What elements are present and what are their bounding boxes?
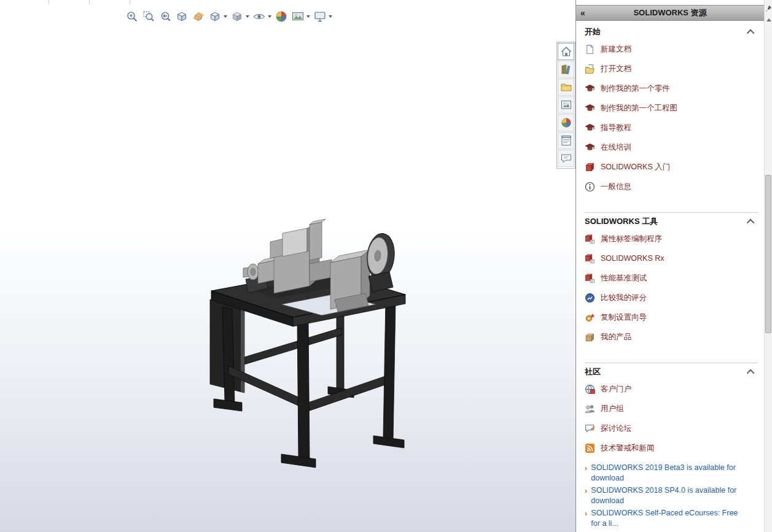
item-tutorials[interactable]: 指导教程 xyxy=(585,118,758,137)
section-community-header[interactable]: 社区 xyxy=(585,363,758,379)
item-label: 在线培训 xyxy=(601,142,631,153)
property-tab-builder-icon xyxy=(585,234,595,244)
apply-scene-button[interactable] xyxy=(290,9,311,25)
chevron-up-icon xyxy=(747,29,755,37)
item-first-drawing[interactable]: 制作我的第一个工程图 xyxy=(585,98,758,118)
view-settings-button[interactable] xyxy=(313,9,333,25)
edit-appearance-button[interactable] xyxy=(274,9,289,25)
edit-appearance-icon xyxy=(275,10,288,23)
news-link[interactable]: ›SOLIDWORKS 2018 SP4.0 is available for … xyxy=(585,485,758,506)
apply-scene-icon xyxy=(291,10,305,23)
item-label: 探讨论坛 xyxy=(601,423,631,434)
scrollbar-thumb[interactable] xyxy=(765,175,771,333)
tutorial-icon xyxy=(585,123,595,133)
menu-separator xyxy=(49,0,49,4)
section-view-icon xyxy=(192,10,205,23)
item-performance-benchmark[interactable]: 性能基准测试 xyxy=(585,268,758,288)
rss-news-icon xyxy=(585,443,595,453)
auto-hide-pin-button[interactable] xyxy=(765,2,772,13)
section-start-header[interactable]: 开始 xyxy=(585,25,758,39)
view-orientation-button[interactable] xyxy=(208,9,228,25)
item-label: 打开文档 xyxy=(601,64,631,74)
design-library-icon xyxy=(560,63,572,75)
user-groups-icon xyxy=(585,404,595,414)
copy-settings-icon xyxy=(585,312,595,323)
item-customer-portal[interactable]: 客户门户 xyxy=(585,379,758,399)
item-tech-alerts-news[interactable]: 技术警戒和新闻 xyxy=(585,438,758,458)
scroll-up-arrow[interactable] xyxy=(766,18,771,21)
section-start: 开始 新建文档 打开文档 制作我的第一个零件 制作我的第一个工程图 指导教程 在… xyxy=(585,25,758,196)
display-style-button[interactable] xyxy=(230,9,250,25)
item-user-groups[interactable]: 用户组 xyxy=(585,399,758,418)
news-bullet-icon: › xyxy=(585,463,587,484)
heads-up-toolbar xyxy=(125,7,333,26)
item-property-tab-builder[interactable]: 属性标签编制程序 xyxy=(585,229,758,249)
info-icon xyxy=(585,182,595,192)
item-label: 用户组 xyxy=(601,404,624,414)
item-label: 性能基准测试 xyxy=(601,273,647,283)
item-my-products[interactable]: 我的产品 xyxy=(585,327,758,347)
news-link[interactable]: ›SOLIDWORKS 2019 Beta3 is available for … xyxy=(585,463,758,484)
tab-custom-properties[interactable] xyxy=(558,132,574,149)
zoom-to-area-button[interactable] xyxy=(141,9,156,25)
compare-score-icon xyxy=(585,293,595,303)
file-explorer-icon xyxy=(560,81,572,93)
item-label: 技术警戒和新闻 xyxy=(601,443,655,453)
assembly-model-3d xyxy=(0,0,575,532)
graphics-viewport[interactable] xyxy=(0,0,575,532)
collapse-pane-button[interactable]: « xyxy=(576,6,590,20)
zoom-to-fit-icon xyxy=(125,10,139,23)
task-pane-tab-strip xyxy=(556,42,575,169)
chevron-down-icon xyxy=(246,15,249,18)
news-link-text: SOLIDWORKS 2019 Beta3 is available for d… xyxy=(591,463,743,484)
vertical-scrollbar[interactable] xyxy=(764,0,772,532)
section-tools-header[interactable]: SOLIDWORKS 工具 xyxy=(585,212,758,229)
home-icon xyxy=(560,45,572,58)
customer-portal-icon xyxy=(585,384,595,395)
pin-icon xyxy=(765,4,772,12)
display-style-icon xyxy=(230,10,244,23)
item-open-document[interactable]: 打开文档 xyxy=(585,59,758,79)
zoom-to-fit-button[interactable] xyxy=(125,9,139,25)
task-pane-body: 开始 新建文档 打开文档 制作我的第一个零件 制作我的第一个工程图 指导教程 在… xyxy=(576,20,764,532)
item-general-info[interactable]: 一般信息 xyxy=(585,177,758,196)
item-label: 指导教程 xyxy=(601,123,631,133)
item-label: 复制设置向导 xyxy=(601,312,647,323)
tab-solidworks-resources[interactable] xyxy=(558,43,574,60)
section-title: 社区 xyxy=(585,366,601,377)
previous-view-icon xyxy=(158,10,172,23)
appearances-icon xyxy=(560,117,572,129)
chevron-down-icon xyxy=(268,15,271,18)
view-orientation-icon xyxy=(208,10,222,23)
news-bullet-icon: › xyxy=(585,508,587,529)
hide-show-items-button[interactable] xyxy=(252,9,272,25)
item-label: 制作我的第一个工程图 xyxy=(601,103,677,114)
item-online-training[interactable]: 在线培训 xyxy=(585,137,758,157)
item-new-document[interactable]: 新建文档 xyxy=(585,39,758,59)
news-link-text: SOLIDWORKS Self-Paced eCourses: Free for… xyxy=(591,508,743,529)
item-label: SOLIDWORKS 入门 xyxy=(601,162,670,172)
chevron-up-icon xyxy=(747,369,755,377)
item-getting-started[interactable]: SOLIDWORKS 入门 xyxy=(585,157,758,177)
tab-view-palette[interactable] xyxy=(558,96,574,114)
tab-design-library[interactable] xyxy=(558,61,574,78)
item-first-part[interactable]: 制作我的第一个零件 xyxy=(585,79,758,98)
performance-benchmark-icon xyxy=(585,273,595,283)
item-copy-settings-wizard[interactable]: 复制设置向导 xyxy=(585,307,758,327)
chevron-up-icon xyxy=(747,218,755,226)
hide-show-items-icon xyxy=(252,10,266,23)
item-discussion-forum[interactable]: 探讨论坛 xyxy=(585,418,758,438)
tab-file-explorer[interactable] xyxy=(558,79,574,96)
news-link[interactable]: ›SOLIDWORKS Self-Paced eCourses: Free fo… xyxy=(585,508,758,529)
3d-drawing-view-button[interactable] xyxy=(174,9,189,25)
item-solidworks-rx[interactable]: SOLIDWORKS Rx xyxy=(585,249,758,268)
forum-icon xyxy=(560,152,572,164)
tab-appearances-scenes[interactable] xyxy=(558,114,574,131)
previous-view-button[interactable] xyxy=(158,9,173,25)
section-view-button[interactable] xyxy=(191,9,206,25)
item-label: 新建文档 xyxy=(601,44,631,55)
item-label: 我的产品 xyxy=(601,332,631,342)
tab-solidworks-forum[interactable] xyxy=(558,150,574,167)
news-link-text: SOLIDWORKS 2018 SP4.0 is available for d… xyxy=(591,485,743,506)
item-compare-score[interactable]: 比较我的评分 xyxy=(585,288,758,307)
